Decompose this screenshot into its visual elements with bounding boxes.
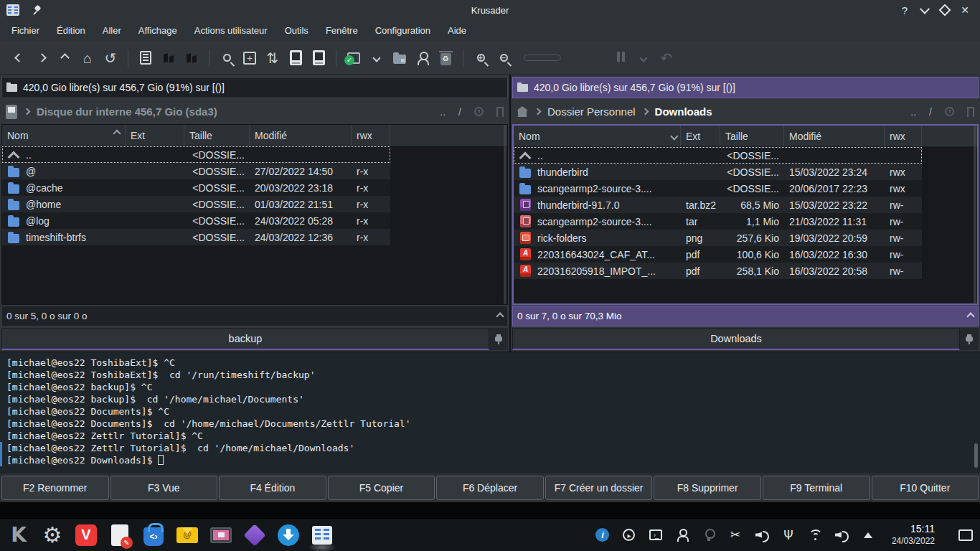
mail-client-icon[interactable]: @ xyxy=(176,524,199,547)
forward-icon[interactable] xyxy=(30,47,53,70)
column-header-ext[interactable]: Ext xyxy=(126,125,184,146)
file-row[interactable]: @home <DOSSIE... 01/03/2022 21:51 r-x xyxy=(2,196,390,212)
home-icon[interactable] xyxy=(517,106,528,117)
menu-item[interactable]: Aide xyxy=(439,22,475,39)
menu-item[interactable]: Actions utilisateur xyxy=(186,22,276,39)
file-row[interactable]: @cache <DOSSIE... 20/03/2022 23:18 r-x xyxy=(2,179,390,196)
file-row[interactable]: @ <DOSSIE... 27/02/2022 14:50 r-x xyxy=(2,163,390,179)
volume-tray-icon[interactable] xyxy=(755,528,769,542)
column-header-size[interactable]: Taille xyxy=(720,126,784,146)
media-player-tray-icon[interactable]: ▸ xyxy=(622,528,636,542)
fkey-button[interactable]: F10 Quitter xyxy=(872,476,979,500)
new-tab-button[interactable] xyxy=(960,328,979,350)
terminal-scrollbar[interactable] xyxy=(974,443,978,468)
expand-tray-icon[interactable] xyxy=(861,528,875,542)
history-icon[interactable] xyxy=(474,107,484,116)
file-row[interactable]: .. <DOSSIE... xyxy=(514,147,922,164)
file-row[interactable]: 220316643024_CAF_AT... pdf 100,6 Kio 16/… xyxy=(514,246,922,263)
breadcrumb-segment[interactable]: Downloads xyxy=(655,105,712,118)
file-row[interactable]: .. <DOSSIE... xyxy=(2,146,390,163)
column-header-modified[interactable]: Modifié xyxy=(784,126,885,146)
back-icon[interactable] xyxy=(7,47,30,70)
fkey-button[interactable]: F9 Terminal xyxy=(763,476,870,500)
menu-item[interactable]: Affichage xyxy=(130,22,186,39)
column-header-size[interactable]: Taille xyxy=(184,125,250,146)
swap-panels-icon[interactable]: ⇅ xyxy=(261,47,284,70)
history-icon[interactable] xyxy=(945,107,954,116)
new-tab-icon[interactable]: + xyxy=(238,47,261,70)
left-media-button[interactable]: 420,0 Gio libre(s) sur 456,7 Gio (91%) s… xyxy=(1,77,508,98)
device-left-icon[interactable] xyxy=(284,47,307,70)
app-launcher-icon[interactable]: K xyxy=(7,524,30,547)
breadcrumb-segment[interactable]: Dossier Personnel xyxy=(547,105,636,118)
zettlr-icon[interactable] xyxy=(243,524,266,547)
menu-item[interactable]: Outils xyxy=(276,22,317,39)
minimize-button[interactable] xyxy=(918,4,931,17)
audio-input-tray-icon[interactable] xyxy=(834,528,849,542)
close-button[interactable] xyxy=(958,4,971,17)
vivaldi-browser-icon[interactable]: V xyxy=(75,524,98,547)
file-row[interactable]: scangearmp2-source-3.... tar 1,1 Mio 21/… xyxy=(514,213,922,230)
krusader-task-icon[interactable] xyxy=(311,524,334,547)
right-media-button[interactable]: 420,0 Gio libre(s) sur 456,7 Gio (91%) s… xyxy=(512,77,979,98)
zoom-out-icon[interactable]: − xyxy=(492,47,515,70)
new-tab-button[interactable] xyxy=(489,328,508,350)
clock[interactable]: 15:11 24/03/2022 xyxy=(892,523,935,547)
fkey-button[interactable]: F5 Copier xyxy=(328,476,435,500)
sync-dropdown-icon[interactable] xyxy=(365,47,388,70)
menu-item[interactable]: Fichier xyxy=(3,22,48,39)
file-row[interactable]: thunderbird <DOSSIE... 15/03/2022 23:24 … xyxy=(514,164,922,180)
wifi-tray-icon[interactable] xyxy=(808,528,822,542)
zoom-slider[interactable] xyxy=(524,55,561,61)
column-header-modified[interactable]: Modifié xyxy=(250,125,352,146)
info-tray-icon[interactable]: i xyxy=(595,528,610,542)
discover-store-icon[interactable]: <› xyxy=(142,524,165,547)
go-up-button[interactable]: .. xyxy=(440,106,446,118)
user-switcher-tray-icon[interactable] xyxy=(675,528,689,542)
bookmark-icon[interactable] xyxy=(496,107,504,117)
column-header-ext[interactable]: Ext xyxy=(681,126,720,146)
user-icon[interactable] xyxy=(411,47,434,70)
scrollbar[interactable] xyxy=(974,126,976,303)
column-header-perm[interactable]: rwx xyxy=(352,125,390,146)
zoom-in-icon[interactable]: + xyxy=(469,47,492,70)
statusbar-collapse-icon[interactable] xyxy=(496,312,504,320)
fkey-button[interactable]: F2 Renommer xyxy=(1,476,109,500)
go-up-button[interactable]: .. xyxy=(910,106,916,118)
fkey-button[interactable]: F6 Déplacer xyxy=(436,476,544,500)
go-root-button[interactable]: / xyxy=(929,106,932,118)
system-settings-icon[interactable]: ⚙ xyxy=(41,524,64,547)
column-header-name[interactable]: Nom xyxy=(2,125,126,146)
fkey-button[interactable]: F7 Créer un dossier xyxy=(545,476,653,500)
root-folder-icon[interactable] xyxy=(388,47,411,70)
fkey-button[interactable]: F8 Supprimer xyxy=(654,476,761,500)
sync-status-icon[interactable] xyxy=(342,47,365,70)
help-button[interactable] xyxy=(898,4,911,17)
file-row[interactable]: @log <DOSSIE... 24/03/2022 05:28 r-x xyxy=(2,212,390,229)
column-header-perm[interactable]: rwx xyxy=(885,126,922,146)
file-row[interactable]: 220316205918_IMPOT_... pdf 258,1 Kio 16/… xyxy=(514,263,922,279)
home-icon[interactable]: ⌂ xyxy=(76,47,99,70)
text-editor-icon[interactable] xyxy=(108,524,131,547)
bookmark-icon[interactable] xyxy=(967,107,974,117)
column-header-name[interactable]: Nom xyxy=(514,126,681,146)
file-row[interactable]: timeshift-btrfs <DOSSIE... 24/03/2022 12… xyxy=(2,229,390,245)
clipboard-tray-icon[interactable]: ✂ xyxy=(728,528,743,542)
up-icon[interactable] xyxy=(53,47,76,70)
menu-item[interactable]: Configuration xyxy=(367,22,439,39)
breadcrumb-segment[interactable]: Disque dur interne 456,7 Gio (sda3) xyxy=(37,105,217,118)
refresh-icon[interactable]: ↺ xyxy=(99,47,122,70)
device-right-icon[interactable] xyxy=(307,47,330,70)
fkey-button[interactable]: F3 Vue xyxy=(110,476,218,500)
scrollbar[interactable] xyxy=(504,125,507,304)
detail-view-icon[interactable] xyxy=(134,47,157,70)
night-color-tray-icon[interactable] xyxy=(702,528,716,542)
right-tab[interactable]: Downloads xyxy=(512,328,960,350)
usb-tray-icon[interactable]: Ψ xyxy=(781,528,796,542)
show-desktop-button[interactable] xyxy=(958,529,973,541)
statusbar-collapse-icon[interactable] xyxy=(966,312,974,320)
device-icon[interactable] xyxy=(6,105,17,119)
left-tab[interactable]: backup xyxy=(1,328,489,350)
menu-item[interactable]: Fenêtre xyxy=(317,22,367,39)
menu-item[interactable]: Aller xyxy=(94,22,130,39)
